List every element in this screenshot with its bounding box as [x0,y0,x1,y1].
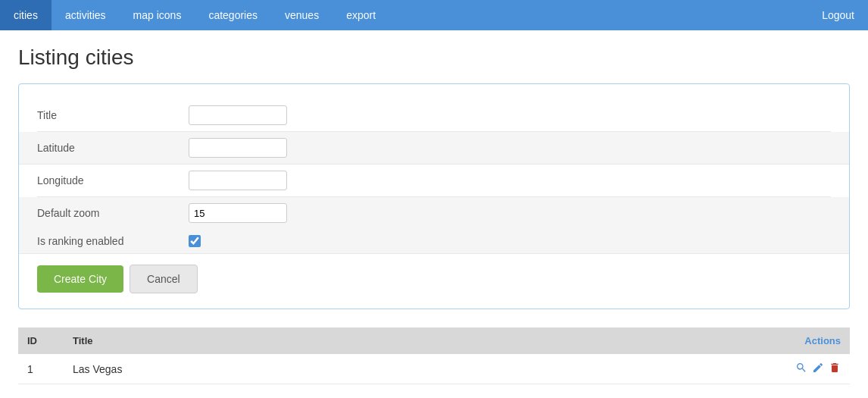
col-header-actions: Actions [469,327,850,354]
input-longitude[interactable] [189,171,287,190]
form-row-latitude: Latitude [19,132,849,165]
ranking-checkbox[interactable] [189,235,201,247]
cell-title: Las Vegas [64,354,469,384]
ranking-label: Is ranking enabled [37,235,189,247]
page-title: Listing cities [18,45,850,70]
label-default_zoom: Default zoom [37,207,189,219]
ranking-row: Is ranking enabled [19,229,849,254]
table-row: 1Las Vegas [18,354,850,384]
nav-item-venues[interactable]: venues [271,0,333,30]
form-row-title: Title [37,99,831,132]
nav-item-map-icons[interactable]: map icons [120,0,195,30]
input-title[interactable] [189,105,287,125]
create-city-form: TitleLatitudeLongitudeDefault zoom Is ra… [18,83,850,309]
edit-icon[interactable] [812,362,824,374]
delete-icon[interactable] [829,362,841,374]
table-body: 1Las Vegas [18,354,850,384]
col-header-title: Title [64,327,469,354]
nav-item-activities[interactable]: activities [52,0,120,30]
input-default_zoom[interactable] [189,203,287,223]
cancel-button[interactable]: Cancel [130,265,198,293]
table-header: IDTitleActions [18,327,850,354]
nav-item-cities[interactable]: cities [0,0,52,30]
label-latitude: Latitude [37,142,189,154]
search-icon[interactable] [795,362,807,374]
label-title: Title [37,109,189,121]
page-content: Listing cities TitleLatitudeLongitudeDef… [0,30,868,398]
nav-item-export[interactable]: export [333,0,389,30]
cell-id: 1 [18,354,64,384]
col-header-id: ID [18,327,64,354]
label-longitude: Longitude [37,174,189,186]
cell-actions [469,354,850,384]
cities-table: IDTitleActions 1Las Vegas [18,327,850,384]
form-buttons: Create City Cancel [37,265,831,293]
nav-item-categories[interactable]: categories [195,0,271,30]
navbar: citiesactivitiesmap iconscategoriesvenue… [0,0,868,30]
input-latitude[interactable] [189,138,287,158]
form-row-default_zoom: Default zoom [19,197,849,229]
logout-button[interactable]: Logout [808,0,868,30]
form-row-longitude: Longitude [37,165,831,197]
create-city-button[interactable]: Create City [37,265,123,293]
